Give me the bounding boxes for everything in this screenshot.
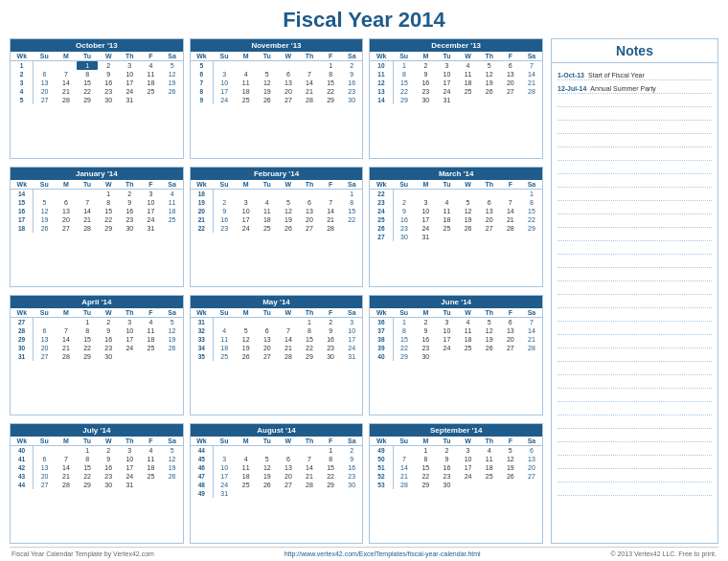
notes-line-empty: [557, 402, 712, 415]
notes-line-empty: [557, 469, 712, 482]
mini-calendar: October '13WkSuMTuWThFSa1123452678910111…: [10, 38, 184, 159]
notes-line-empty: [557, 415, 712, 429]
cal-table: WkSuMTuWThFSa491234565078910111213511415…: [370, 437, 542, 489]
cal-title: December '13: [370, 39, 542, 52]
cal-table: WkSuMTuWThFSa101234567118910111213141215…: [370, 52, 542, 104]
cal-table: WkSuMTuWThFSa181192345678209101112131415…: [191, 180, 363, 233]
cal-title: October '13: [11, 39, 183, 52]
notes-line-empty: [557, 362, 712, 375]
notes-line-empty: [557, 456, 712, 469]
cal-title: March '14: [370, 168, 542, 180]
notes-line-empty: [557, 161, 712, 174]
footer-left: Fiscal Year Calendar Template by Vertex4…: [11, 550, 154, 557]
cal-table: WkSuMTuWThFSa221232345678249101112131415…: [370, 180, 542, 241]
notes-panel: Notes 1-Oct-13Start of Fiscal Year12-Jul…: [551, 38, 718, 544]
cal-title: February '14: [191, 168, 363, 180]
page: Fiscal Year 2014 October '13WkSuMTuWThFS…: [0, 0, 728, 561]
notes-line-empty: [557, 308, 712, 322]
notes-line-empty: [557, 281, 712, 295]
cal-table: WkSuMTuWThFSa512634567897101112131415168…: [191, 52, 363, 104]
notes-line-empty: [557, 147, 712, 161]
mini-calendar: January '14WkSuMTuWThFSa1412341556789101…: [10, 167, 184, 287]
cal-title: August '14: [191, 424, 363, 437]
mini-calendar: May '14WkSuMTuWThFSa31123324567891033111…: [190, 295, 364, 415]
calendar-row: July '14WkSuMTuWThFSa4012345416789101112…: [10, 423, 543, 544]
cal-title: September '14: [370, 424, 542, 437]
mini-calendar: February '14WkSuMTuWThFSa181192345678209…: [190, 167, 364, 287]
calendar-row: January '14WkSuMTuWThFSa1412341556789101…: [10, 167, 543, 287]
notes-line-empty: [557, 201, 712, 214]
mini-calendar: June '14WkSuMTuWThFSa3612345673789101112…: [369, 295, 543, 415]
cal-table: WkSuMTuWThFSa271234528678910111229131415…: [11, 308, 183, 361]
cal-table: WkSuMTuWThFSa401234541678910111242131415…: [11, 437, 183, 489]
notes-line-empty: [557, 442, 712, 456]
cal-title: April '14: [11, 296, 183, 308]
notes-line-empty: [557, 375, 712, 389]
calendars-section: October '13WkSuMTuWThFSa1123452678910111…: [10, 38, 543, 544]
cal-table: WkSuMTuWThFSa141234155678910111612131415…: [11, 180, 183, 233]
mini-calendar: March '14WkSuMTuWThFSa221232345678249101…: [369, 167, 543, 287]
notes-line: 12-Jul-14Annual Summer Party: [557, 80, 712, 94]
mini-calendar: November '13WkSuMTuWThFSa512634567897101…: [190, 38, 364, 159]
cal-table: WkSuMTuWThFSa112345267891011123131415161…: [11, 52, 183, 104]
footer: Fiscal Year Calendar Template by Vertex4…: [10, 547, 718, 557]
notes-line-empty: [557, 389, 712, 402]
notes-line-empty: [557, 121, 712, 134]
notes-line-empty: [557, 348, 712, 362]
notes-title: Notes: [552, 39, 717, 63]
calendar-row: October '13WkSuMTuWThFSa1123452678910111…: [10, 38, 543, 159]
calendar-row: April '14WkSuMTuWThFSa271234528678910111…: [10, 295, 543, 415]
mini-calendar: April '14WkSuMTuWThFSa271234528678910111…: [10, 295, 184, 415]
cal-table: WkSuMTuWThFSa441245345678946101112131415…: [191, 437, 363, 498]
cal-title: May '14: [191, 296, 363, 308]
notes-line-empty: [557, 134, 712, 147]
cal-title: June '14: [370, 296, 542, 308]
notes-line-empty: [557, 295, 712, 308]
cal-title: July '14: [11, 424, 183, 437]
notes-line-empty: [557, 228, 712, 241]
footer-right: © 2013 Vertex42 LLC. Free to print.: [610, 550, 717, 557]
notes-line-empty: [557, 94, 712, 107]
content-area: October '13WkSuMTuWThFSa1123452678910111…: [10, 38, 718, 544]
notes-line-empty: [557, 188, 712, 201]
notes-line-empty: [557, 241, 712, 255]
mini-calendar: December '13WkSuMTuWThFSa101234567118910…: [369, 38, 543, 159]
footer-center: http://www.vertex42.com/ExcelTemplates/f…: [284, 550, 481, 557]
page-title: Fiscal Year 2014: [10, 8, 718, 33]
cal-table: WkSuMTuWThFSa311233245678910331112131415…: [191, 308, 363, 361]
cal-table: WkSuMTuWThFSa361234567378910111213143815…: [370, 308, 542, 361]
notes-line-empty: [557, 268, 712, 281]
notes-line-empty: [557, 322, 712, 335]
mini-calendar: July '14WkSuMTuWThFSa4012345416789101112…: [10, 423, 184, 544]
notes-content: 1-Oct-13Start of Fiscal Year12-Jul-14Ann…: [552, 63, 717, 543]
mini-calendar: August '14WkSuMTuWThFSa44124534567894610…: [190, 423, 364, 544]
notes-line-empty: [557, 429, 712, 442]
mini-calendar: September '14WkSuMTuWThFSa49123456507891…: [369, 423, 543, 544]
cal-title: January '14: [11, 168, 183, 180]
cal-title: November '13: [191, 39, 363, 52]
notes-line-empty: [557, 482, 712, 496]
notes-line-empty: [557, 255, 712, 268]
notes-line-empty: [557, 335, 712, 348]
notes-line-empty: [557, 107, 712, 121]
notes-line: 1-Oct-13Start of Fiscal Year: [557, 67, 712, 80]
notes-line-empty: [557, 174, 712, 188]
notes-line-empty: [557, 214, 712, 228]
